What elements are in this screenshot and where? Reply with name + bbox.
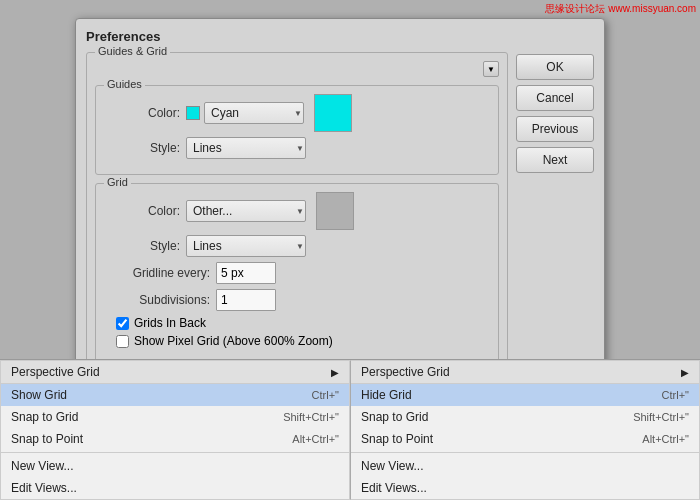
subdivisions-row: Subdivisions: <box>106 289 488 311</box>
guides-section: Guides Color: Cyan Other... ▼ <box>95 85 499 175</box>
grid-section-label: Grid <box>104 176 131 188</box>
dialog-title: Preferences <box>86 29 594 44</box>
show-pixel-grid-label: Show Pixel Grid (Above 600% Zoom) <box>134 334 333 348</box>
left-menu-header: Perspective Grid ▶ <box>1 361 349 384</box>
left-menu-item-1[interactable]: Snap to Grid Shift+Ctrl+" <box>1 406 349 428</box>
guides-style-label: Style: <box>106 141 186 155</box>
grid-style-select[interactable]: Lines Dots <box>186 235 306 257</box>
grid-style-row: Style: Lines Dots ▼ <box>106 235 488 257</box>
watermark-text: 思缘设计论坛 www.missyuan.com <box>545 2 696 16</box>
previous-button[interactable]: Previous <box>516 116 594 142</box>
grid-color-select-container: Other... Cyan ▼ <box>186 200 306 222</box>
left-menu-item-4[interactable]: Edit Views... <box>1 477 349 499</box>
guides-style-row: Style: Lines Dots ▼ <box>106 137 488 159</box>
subdivisions-input[interactable] <box>216 289 276 311</box>
guides-grid-label: Guides & Grid <box>95 45 170 57</box>
left-menu-divider <box>1 452 349 453</box>
grids-in-back-checkbox[interactable] <box>116 317 129 330</box>
left-menu-item-1-shortcut: Shift+Ctrl+" <box>283 411 339 423</box>
bottom-menus: Perspective Grid ▶ Show Grid Ctrl+" Snap… <box>0 359 700 500</box>
right-menu-item-2[interactable]: Snap to Point Alt+Ctrl+" <box>351 428 699 450</box>
left-menu-item-0-shortcut: Ctrl+" <box>312 389 339 401</box>
left-menu-item-2-label: Snap to Point <box>11 432 83 446</box>
right-menu-item-1[interactable]: Snap to Grid Shift+Ctrl+" <box>351 406 699 428</box>
show-pixel-grid-checkbox[interactable] <box>116 335 129 348</box>
right-menu-arrow-icon: ▶ <box>681 367 689 378</box>
gridline-input[interactable] <box>216 262 276 284</box>
grid-color-label: Color: <box>106 204 186 218</box>
grid-color-select[interactable]: Other... Cyan <box>186 200 306 222</box>
left-menu-arrow-icon: ▶ <box>331 367 339 378</box>
grid-section: Grid Color: Other... Cyan ▼ <box>95 183 499 363</box>
outer-section-header: ▼ <box>95 61 499 77</box>
guides-style-select[interactable]: Lines Dots <box>186 137 306 159</box>
guides-grid-dropdown[interactable]: ▼ <box>483 61 499 77</box>
preferences-dialog: Preferences Guides & Grid ▼ Guides Color… <box>75 18 605 391</box>
dialog-buttons: OK Cancel Previous Next <box>516 52 594 380</box>
right-menu-item-1-shortcut: Shift+Ctrl+" <box>633 411 689 423</box>
dialog-main: Guides & Grid ▼ Guides Color: <box>86 52 508 380</box>
show-pixel-grid-row: Show Pixel Grid (Above 600% Zoom) <box>116 334 488 348</box>
subdivisions-label: Subdivisions: <box>106 293 216 307</box>
right-menu-header-label: Perspective Grid <box>361 365 450 379</box>
dialog-body: Guides & Grid ▼ Guides Color: <box>86 52 594 380</box>
right-menu-item-1-label: Snap to Grid <box>361 410 428 424</box>
left-menu-item-2[interactable]: Snap to Point Alt+Ctrl+" <box>1 428 349 450</box>
grid-style-select-container: Lines Dots ▼ <box>186 235 306 257</box>
grids-in-back-row: Grids In Back <box>116 316 488 330</box>
right-menu-item-3[interactable]: New View... <box>351 455 699 477</box>
left-menu-item-4-label: Edit Views... <box>11 481 77 495</box>
right-menu-divider <box>351 452 699 453</box>
left-menu-item-0[interactable]: Show Grid Ctrl+" <box>1 384 349 406</box>
left-menu-header-label: Perspective Grid <box>11 365 100 379</box>
grid-style-label: Style: <box>106 239 186 253</box>
guides-color-select[interactable]: Cyan Other... <box>204 102 304 124</box>
left-menu-item-3[interactable]: New View... <box>1 455 349 477</box>
guides-color-swatch <box>186 106 200 120</box>
right-menu-item-4-label: Edit Views... <box>361 481 427 495</box>
next-button[interactable]: Next <box>516 147 594 173</box>
right-menu-item-0-label: Hide Grid <box>361 388 412 402</box>
right-menu-item-3-label: New View... <box>361 459 423 473</box>
left-menu-item-1-label: Snap to Grid <box>11 410 78 424</box>
left-menu-item-0-label: Show Grid <box>11 388 67 402</box>
left-menu-item-3-label: New View... <box>11 459 73 473</box>
guides-color-label: Color: <box>106 106 186 120</box>
ok-button[interactable]: OK <box>516 54 594 80</box>
right-menu-item-4[interactable]: Edit Views... <box>351 477 699 499</box>
left-menu-panel: Perspective Grid ▶ Show Grid Ctrl+" Snap… <box>0 360 350 500</box>
right-menu-panel: Perspective Grid ▶ Hide Grid Ctrl+" Snap… <box>350 360 700 500</box>
guides-style-select-container: Lines Dots ▼ <box>186 137 306 159</box>
guides-color-preview <box>314 94 352 132</box>
guides-color-row: Color: Cyan Other... ▼ <box>106 94 488 132</box>
grids-in-back-label: Grids In Back <box>134 316 206 330</box>
grid-color-row: Color: Other... Cyan ▼ <box>106 192 488 230</box>
guides-color-select-container: Cyan Other... ▼ <box>204 102 304 124</box>
right-menu-item-2-shortcut: Alt+Ctrl+" <box>642 433 689 445</box>
cancel-button[interactable]: Cancel <box>516 85 594 111</box>
right-menu-item-0[interactable]: Hide Grid Ctrl+" <box>351 384 699 406</box>
grid-color-preview <box>316 192 354 230</box>
right-menu-header: Perspective Grid ▶ <box>351 361 699 384</box>
right-menu-item-0-shortcut: Ctrl+" <box>662 389 689 401</box>
guides-section-label: Guides <box>104 78 145 90</box>
gridline-label: Gridline every: <box>106 266 216 280</box>
guides-color-select-wrapper: Cyan Other... ▼ <box>186 102 304 124</box>
left-menu-item-2-shortcut: Alt+Ctrl+" <box>292 433 339 445</box>
gridline-row: Gridline every: <box>106 262 488 284</box>
right-menu-item-2-label: Snap to Point <box>361 432 433 446</box>
guides-grid-section: Guides & Grid ▼ Guides Color: <box>86 52 508 380</box>
